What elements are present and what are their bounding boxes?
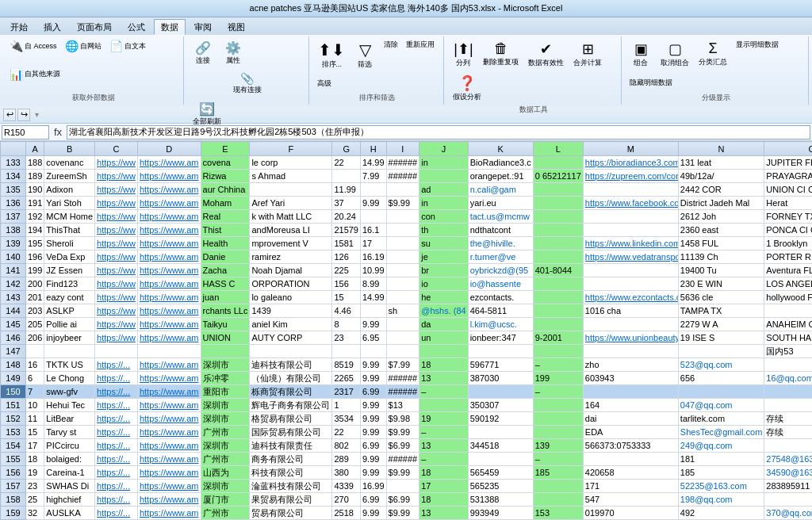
cell-h[interactable]: 7.99 — [360, 170, 386, 183]
btn-reapply[interactable]: 重新应用 — [403, 38, 438, 52]
cell-d[interactable] — [137, 345, 201, 358]
cell-l[interactable]: – — [533, 358, 583, 372]
cell-l[interactable] — [533, 224, 583, 237]
cell-a[interactable]: 203 — [26, 304, 44, 318]
cell-d[interactable]: https://www.am — [137, 210, 201, 224]
btn-access[interactable]: 🔌 自 Access — [6, 38, 60, 54]
cell-g[interactable]: 23 — [332, 331, 361, 345]
table-row[interactable]: 1507sww-gfvhttps://...https://www.am重阳市栎… — [1, 385, 813, 399]
cell-l[interactable]: 401-8044 — [533, 264, 583, 277]
cell-j[interactable]: – — [419, 385, 468, 399]
row-header[interactable]: 142 — [1, 277, 26, 291]
cell-f[interactable]: 栎商贸有限公司 — [250, 385, 332, 399]
cell-i[interactable]: $13 — [386, 399, 419, 412]
cell-o[interactable]: JUPITER FL — [764, 156, 812, 170]
cell-j[interactable]: da — [419, 318, 468, 331]
cell-g[interactable]: 270 — [332, 493, 361, 507]
cell-n[interactable]: ShesTec@gmail.com — [678, 426, 764, 439]
cell-a[interactable]: 188 — [26, 156, 44, 170]
cell-i[interactable]: $7.99 — [386, 358, 419, 372]
cell-b[interactable]: MCM Home — [44, 210, 95, 224]
cell-d[interactable]: https://www.am — [137, 291, 201, 304]
cell-i[interactable]: $9.99 — [386, 426, 419, 439]
cell-j[interactable]: io — [419, 277, 468, 291]
cell-n[interactable]: 2612 Joh — [678, 210, 764, 224]
cell-j[interactable]: con — [419, 210, 468, 224]
row-header[interactable]: 149 — [1, 372, 26, 385]
cell-l[interactable] — [533, 493, 583, 507]
cell-o[interactable]: 国内53 — [764, 345, 812, 358]
cell-d[interactable]: https://www.am — [137, 439, 201, 453]
btn-clear[interactable]: 清除 — [381, 38, 401, 52]
cell-d[interactable]: https://www.am — [137, 183, 201, 197]
table-row[interactable]: 133188covenanchttps://wwhttps://www.amco… — [1, 156, 813, 170]
cell-a[interactable]: 18 — [26, 453, 44, 466]
cell-i[interactable]: ###### — [386, 385, 419, 399]
table-row[interactable]: 15417PICcircuhttps://...https://www.am深圳… — [1, 439, 813, 453]
cell-e[interactable]: covena — [201, 156, 250, 170]
cell-c[interactable]: https://ww — [95, 224, 138, 237]
btn-sort[interactable]: ⬆⬇ 排序... — [314, 38, 349, 72]
cell-m[interactable]: https://www.facebook.com/ya — [583, 197, 678, 210]
cell-e[interactable]: juan — [201, 291, 250, 304]
cell-h[interactable]: 6.99 — [360, 493, 386, 507]
cell-h[interactable]: 9.99 — [360, 453, 386, 466]
cell-i[interactable]: ###### — [386, 453, 419, 466]
row-header[interactable]: 133 — [1, 156, 26, 170]
cell-a[interactable] — [26, 345, 44, 358]
cell-n[interactable]: 52235@163.com — [678, 480, 764, 493]
cell-o[interactable]: ANAHEIM CA — [764, 318, 812, 331]
cell-b[interactable]: Le Chong — [44, 372, 95, 385]
col-header-d[interactable]: D — [137, 142, 201, 156]
row-header[interactable]: 136 — [1, 197, 26, 210]
cell-i[interactable]: $9.99 — [386, 507, 419, 520]
cell-b[interactable]: Adixon — [44, 183, 95, 197]
cell-l[interactable] — [533, 156, 583, 170]
formula-input[interactable] — [67, 125, 810, 140]
cell-e[interactable]: UNION — [201, 331, 250, 345]
cell-j[interactable]: 19 — [419, 412, 468, 426]
cell-h[interactable]: 9.99 — [360, 372, 386, 385]
col-header-h[interactable]: H — [360, 142, 386, 156]
cell-j[interactable] — [419, 399, 468, 412]
cell-h[interactable]: 17 — [360, 237, 386, 250]
cell-o[interactable]: LOS ANGELES CA — [764, 277, 812, 291]
cell-d[interactable]: https://www.am — [137, 264, 201, 277]
cell-a[interactable]: 32 — [26, 507, 44, 520]
cell-o[interactable]: PORTER R CA — [764, 250, 812, 264]
cell-c[interactable]: https://... — [95, 466, 138, 480]
cell-k[interactable]: 464-5811 — [468, 304, 533, 318]
cell-b[interactable]: injoybeer — [44, 331, 95, 345]
cell-f[interactable]: 1439 — [250, 304, 332, 318]
btn-data-validation[interactable]: ✔ 数据有效性 — [524, 38, 568, 71]
cell-g[interactable]: 2317 — [332, 385, 361, 399]
cell-e[interactable]: 山西为 — [201, 466, 250, 480]
cell-k[interactable]: oybrickzd@(95 — [468, 264, 533, 277]
cell-c[interactable]: https://... — [95, 426, 138, 439]
cell-k[interactable]: r.turner@ve — [468, 250, 533, 264]
cell-a[interactable]: 192 — [26, 210, 44, 224]
btn-split-column[interactable]: |⬆| 分列 — [449, 38, 477, 71]
cell-i[interactable] — [386, 237, 419, 250]
cell-e[interactable]: Zacha — [201, 264, 250, 277]
cell-o[interactable]: 存续 — [764, 426, 812, 439]
row-header[interactable]: 150 — [1, 385, 26, 399]
cell-n[interactable]: 5636 cle — [678, 291, 764, 304]
cell-e[interactable]: 深圳市 — [201, 412, 250, 426]
cell-c[interactable]: https://... — [95, 399, 138, 412]
cell-h[interactable]: 14.99 — [360, 156, 386, 170]
cell-n[interactable]: 181 — [678, 453, 764, 466]
cell-c[interactable]: https://... — [95, 507, 138, 520]
row-header[interactable]: 154 — [1, 439, 26, 453]
cell-g[interactable]: 11.99 — [332, 183, 361, 197]
cell-o[interactable] — [764, 385, 812, 399]
cell-n[interactable] — [678, 345, 764, 358]
cell-a[interactable]: 16 — [26, 358, 44, 372]
cell-b[interactable]: ThisThat — [44, 224, 95, 237]
cell-i[interactable] — [386, 210, 419, 224]
tab-insert[interactable]: 插入 — [36, 19, 68, 35]
row-header[interactable]: 146 — [1, 331, 26, 345]
cell-k[interactable]: 387030 — [468, 372, 533, 385]
cell-m[interactable] — [583, 210, 678, 224]
cell-i[interactable]: ###### — [386, 156, 419, 170]
